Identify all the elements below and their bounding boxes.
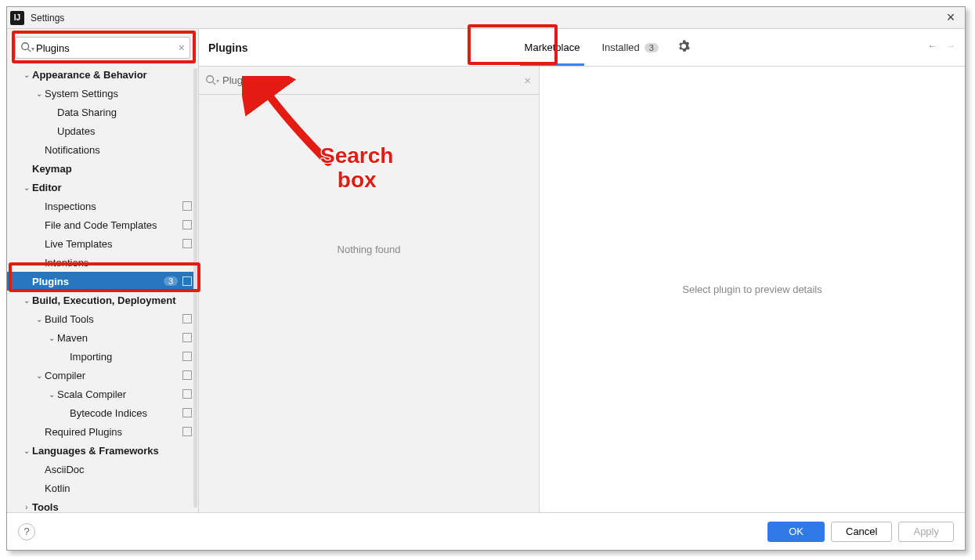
tree-item-label: Tools [32, 501, 192, 513]
chevron-down-icon[interactable]: ▾ [31, 45, 34, 52]
tree-item-live-templates[interactable]: Live Templates [7, 234, 198, 253]
chevron-right-icon[interactable]: › [21, 503, 32, 511]
clear-icon[interactable]: × [179, 42, 185, 54]
tree-item-appearance-behavior[interactable]: ⌄Appearance & Behavior [7, 65, 198, 84]
project-level-icon [182, 370, 192, 380]
tree-item-inspections[interactable]: Inspections [7, 197, 198, 215]
page-title: Plugins [208, 42, 248, 54]
tree-item-label: Inspections [45, 201, 181, 212]
tree-item-label: Build, Execution, Deployment [32, 294, 192, 306]
tree-item-label: Bytecode Indices [70, 407, 181, 419]
plugin-search-input[interactable] [222, 74, 517, 86]
clear-icon[interactable]: × [524, 74, 531, 87]
tree-item-keymap[interactable]: Keymap [7, 159, 198, 178]
tree-item-label: Plugins [32, 276, 164, 287]
tree-item-build-tools[interactable]: ⌄Build Tools [7, 309, 198, 328]
svg-line-2 [28, 49, 31, 52]
tab-label: Installed [601, 42, 639, 53]
settings-tree[interactable]: ⌄Appearance & Behavior⌄System SettingsDa… [7, 65, 198, 512]
sidebar: ▾ × ⌄Appearance & Behavior⌄System Settin… [7, 29, 199, 512]
chevron-down-icon[interactable]: ⌄ [21, 446, 32, 455]
titlebar: IJ Settings × [7, 7, 965, 29]
help-icon[interactable]: ? [18, 523, 35, 540]
tree-item-label: Notifications [45, 144, 192, 156]
project-level-icon [182, 220, 192, 229]
tab-installed[interactable]: Installed 3 [590, 30, 670, 66]
project-level-icon [182, 333, 192, 342]
chevron-down-icon[interactable]: ⌄ [46, 334, 57, 342]
main-panel: Plugins Marketplace Installed 3 ← → [199, 29, 965, 512]
sidebar-search-input[interactable] [36, 42, 171, 54]
chevron-down-icon[interactable]: ▾ [216, 78, 219, 85]
tree-item-label: Required Plugins [45, 426, 181, 438]
tree-item-label: Maven [57, 332, 181, 344]
project-level-icon [182, 427, 192, 436]
project-level-icon [182, 201, 192, 211]
back-icon[interactable]: ← [927, 40, 937, 52]
close-icon[interactable]: × [941, 9, 960, 26]
tree-item-label: Editor [32, 182, 192, 193]
tree-item-compiler[interactable]: ⌄Compiler [7, 366, 198, 385]
tree-item-bytecode-indices[interactable]: Bytecode Indices [7, 403, 198, 422]
tree-item-asciidoc[interactable]: AsciiDoc [7, 460, 198, 479]
chevron-down-icon[interactable]: ⌄ [46, 390, 57, 399]
empty-results: Nothing found [199, 95, 539, 512]
tree-item-importing[interactable]: Importing [7, 347, 198, 366]
tree-item-intentions[interactable]: Intentions [7, 253, 198, 272]
svg-line-4 [213, 82, 216, 85]
tree-item-updates[interactable]: Updates [7, 121, 198, 140]
tree-item-label: Intentions [45, 257, 192, 269]
search-icon [205, 74, 216, 88]
project-level-icon [182, 389, 192, 399]
tree-item-label: Scala Compiler [57, 388, 181, 400]
main-header: Plugins Marketplace Installed 3 ← → [199, 29, 965, 67]
tree-item-notifications[interactable]: Notifications [7, 140, 198, 159]
plugin-detail-pane: Select plugin to preview details [540, 67, 965, 512]
tab-marketplace[interactable]: Marketplace [514, 30, 591, 66]
settings-window: Search box IJ Settings × ▾ × ⌄Appearance… [6, 6, 966, 551]
installed-count-badge: 3 [645, 43, 659, 52]
tree-item-kotlin[interactable]: Kotlin [7, 479, 198, 497]
project-level-icon [182, 408, 192, 417]
scrollbar[interactable] [193, 68, 197, 508]
chevron-down-icon[interactable]: ⌄ [34, 89, 45, 98]
tree-item-tools[interactable]: ›Tools [7, 497, 198, 512]
gear-icon[interactable] [677, 40, 690, 55]
tree-item-label: File and Code Templates [45, 219, 181, 231]
tree-item-languages-frameworks[interactable]: ⌄Languages & Frameworks [7, 441, 198, 460]
tree-item-build-execution-deployment[interactable]: ⌄Build, Execution, Deployment [7, 291, 198, 309]
tree-item-label: AsciiDoc [45, 464, 192, 475]
dialog-footer: ? OK Cancel Apply [7, 512, 965, 550]
count-badge: 3 [164, 276, 178, 286]
project-level-icon [182, 276, 192, 286]
plugin-search[interactable]: ▾ × [199, 67, 539, 95]
tree-item-plugins[interactable]: Plugins3 [7, 272, 198, 291]
tree-item-editor[interactable]: ⌄Editor [7, 178, 198, 197]
tree-item-label: Kotlin [45, 482, 192, 494]
window-title: Settings [31, 13, 941, 23]
project-level-icon [182, 239, 192, 248]
chevron-down-icon[interactable]: ⌄ [21, 70, 32, 79]
tree-item-scala-compiler[interactable]: ⌄Scala Compiler [7, 385, 198, 403]
forward-icon: → [945, 40, 955, 52]
tree-item-label: Compiler [45, 370, 181, 381]
tree-item-system-settings[interactable]: ⌄System Settings [7, 84, 198, 103]
ok-button[interactable]: OK [767, 522, 825, 542]
app-icon: IJ [10, 11, 24, 25]
tree-item-label: Keymap [32, 163, 192, 175]
tree-item-file-and-code-templates[interactable]: File and Code Templates [7, 215, 198, 234]
tree-item-label: Languages & Frameworks [32, 445, 192, 457]
chevron-down-icon[interactable]: ⌄ [34, 371, 45, 380]
tree-item-data-sharing[interactable]: Data Sharing [7, 103, 198, 121]
chevron-down-icon[interactable]: ⌄ [21, 296, 32, 305]
apply-button: Apply [898, 522, 954, 542]
svg-point-1 [22, 43, 29, 50]
tree-item-required-plugins[interactable]: Required Plugins [7, 422, 198, 441]
sidebar-search[interactable]: ▾ × [15, 37, 190, 59]
tree-item-label: Appearance & Behavior [32, 69, 192, 81]
tree-item-maven[interactable]: ⌄Maven [7, 328, 198, 347]
chevron-down-icon[interactable]: ⌄ [34, 315, 45, 323]
tab-label: Marketplace [525, 42, 580, 53]
chevron-down-icon[interactable]: ⌄ [21, 183, 32, 192]
cancel-button[interactable]: Cancel [831, 522, 892, 542]
